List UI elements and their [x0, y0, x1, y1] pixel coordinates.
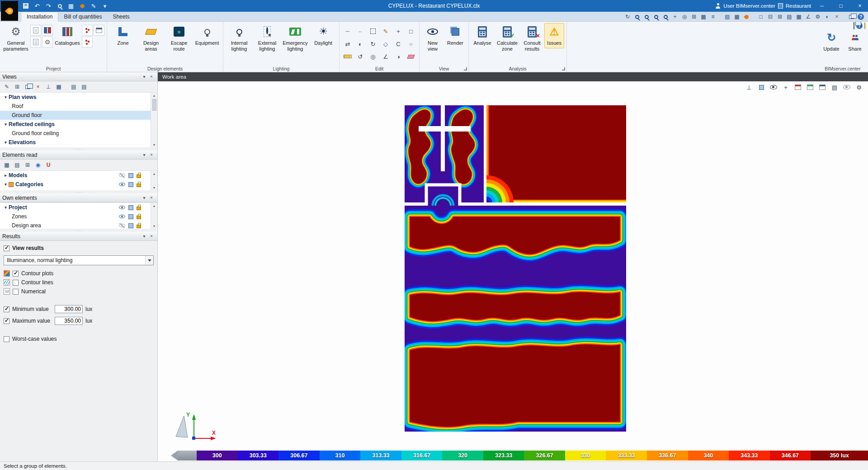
- contour-plots-checkbox[interactable]: [13, 271, 19, 277]
- zoom-previous-icon[interactable]: [651, 13, 660, 21]
- cube-icon[interactable]: [128, 182, 133, 187]
- maximize-button[interactable]: □: [833, 0, 849, 12]
- project-copy-button[interactable]: [30, 37, 41, 47]
- collapse-panel-icon[interactable]: ▾: [141, 195, 148, 200]
- panel-splitter[interactable]: [0, 147, 157, 150]
- cube-icon[interactable]: [128, 205, 133, 210]
- app-icon[interactable]: [1, 1, 18, 21]
- show-layers-icon[interactable]: ⊞: [23, 161, 32, 169]
- settings-icon[interactable]: ⚙: [813, 13, 822, 21]
- project-pages-button[interactable]: [30, 25, 41, 36]
- scroll-down-icon[interactable]: ▼: [153, 185, 156, 190]
- tables-button[interactable]: [94, 25, 104, 36]
- skew-icon[interactable]: ◑: [392, 51, 404, 62]
- close-panel-icon[interactable]: ×: [148, 74, 155, 79]
- visibility-icon[interactable]: [119, 205, 125, 210]
- chevron-down-icon[interactable]: ▾: [3, 140, 9, 145]
- help-globe-icon[interactable]: [856, 13, 865, 21]
- close-button[interactable]: ×: [852, 0, 868, 12]
- tree-item-zones[interactable]: Zones: [0, 212, 157, 221]
- collapse-panel-icon[interactable]: ▾: [141, 74, 148, 79]
- chevron-right-icon[interactable]: ▸: [3, 173, 9, 178]
- new-view-button[interactable]: New view: [422, 23, 443, 54]
- tree-item-models[interactable]: ▸ Models: [0, 171, 157, 180]
- user-label[interactable]: User BIMserver.center: [723, 3, 775, 9]
- zone-button[interactable]: Zone: [109, 23, 137, 48]
- tab-bill-of-quantities[interactable]: Bill of quantities: [58, 12, 107, 22]
- lock-icon[interactable]: [137, 183, 141, 187]
- magnet-icon[interactable]: U: [44, 161, 53, 169]
- section-view-icon[interactable]: ⊥: [44, 83, 53, 91]
- materials-2-button[interactable]: [82, 37, 93, 47]
- elements-scrollbar[interactable]: ▲ ▼: [151, 171, 157, 190]
- visibility-icon[interactable]: [119, 182, 125, 187]
- share-button[interactable]: Share: [844, 29, 866, 61]
- cube-icon[interactable]: [128, 173, 133, 178]
- general-parameters-button[interactable]: ⚙ General parameters: [2, 23, 29, 54]
- measure-tools-icon[interactable]: ∠: [804, 13, 813, 21]
- tree-item-elevations[interactable]: ▾ Elevations: [0, 138, 157, 147]
- external-lighting-button[interactable]: External lighting: [254, 23, 281, 54]
- zoom-button[interactable]: [55, 1, 65, 10]
- scroll-up-icon[interactable]: ▲: [153, 203, 156, 208]
- project-settings-button[interactable]: ⚙: [42, 37, 53, 47]
- update-button[interactable]: ↻ Update: [820, 29, 843, 61]
- calculate-zone-button[interactable]: ✓ Calculate zone: [495, 23, 520, 54]
- add-view-icon[interactable]: ⊞: [13, 83, 22, 91]
- viewport-icon[interactable]: □: [756, 13, 765, 21]
- minimum-value-checkbox[interactable]: [4, 306, 9, 312]
- maximum-value-checkbox[interactable]: [4, 318, 9, 324]
- consult-results-button[interactable]: × Consult results: [521, 23, 543, 54]
- visibility-off-icon[interactable]: [119, 223, 125, 228]
- fire-icon[interactable]: [742, 13, 751, 21]
- tree-item-project[interactable]: ▾ Project: [0, 203, 157, 212]
- redo-button[interactable]: ↷: [43, 1, 53, 10]
- edit-view-icon[interactable]: ✎: [2, 83, 11, 91]
- points-icon[interactable]: ∙∙: [354, 25, 366, 37]
- zoom-window-icon[interactable]: [632, 13, 642, 21]
- tree-item-reflected-ceilings[interactable]: ▾ Reflected ceilings: [0, 120, 157, 129]
- tree-item-roof[interactable]: Roof: [0, 102, 157, 111]
- lock-icon[interactable]: [137, 207, 141, 210]
- result-type-dropdown[interactable]: Illuminance, normal lighting: [4, 255, 154, 265]
- chevron-down-icon[interactable]: ▾: [3, 122, 9, 127]
- close-tools-icon[interactable]: ×: [832, 13, 841, 21]
- drawing-canvas[interactable]: ⊥ + ▤ ⚙: [158, 81, 868, 461]
- scroll-thumb[interactable]: [152, 99, 156, 111]
- redraw-icon[interactable]: ↻: [623, 13, 632, 21]
- tab-installation[interactable]: Installation: [21, 12, 58, 22]
- chevron-down-icon[interactable]: ▾: [3, 182, 9, 187]
- collapse-panel-icon[interactable]: ▾: [141, 152, 148, 157]
- escape-route-button[interactable]: » Escape route: [165, 23, 193, 54]
- tools-button[interactable]: [77, 1, 87, 10]
- frame-view-icon[interactable]: ⊞: [689, 13, 698, 21]
- undo-geometry-icon[interactable]: ↺: [354, 51, 366, 62]
- save-button[interactable]: [21, 1, 31, 10]
- measure-icon[interactable]: [342, 51, 354, 62]
- line-dash-icon[interactable]: ┄: [342, 25, 354, 37]
- hide-elements-icon[interactable]: [842, 83, 851, 91]
- visibility-icon[interactable]: [119, 214, 125, 219]
- tree-item-ground-floor[interactable]: Ground floor: [0, 111, 157, 120]
- orbit-icon[interactable]: ◎: [680, 13, 689, 21]
- selection-box-icon[interactable]: [367, 25, 379, 37]
- tips-icon[interactable]: [864, 23, 865, 29]
- catalogues-button[interactable]: Catalogues: [54, 23, 81, 48]
- tree-item-plan-views[interactable]: ▾ Plan views: [0, 93, 157, 102]
- close-panel-icon[interactable]: ×: [148, 234, 155, 239]
- numerical-checkbox[interactable]: [13, 289, 19, 295]
- results-table-blue-icon[interactable]: [818, 83, 827, 91]
- panel-splitter[interactable]: [0, 190, 157, 193]
- project-label[interactable]: Restaurant: [786, 3, 811, 9]
- tree-item-design-area[interactable]: Design area: [0, 221, 157, 229]
- daylight-button[interactable]: ☀ Daylight: [310, 23, 337, 48]
- layers-icon[interactable]: ▤: [830, 83, 839, 91]
- worst-case-checkbox[interactable]: [4, 336, 9, 342]
- close-panel-icon[interactable]: ×: [148, 195, 155, 200]
- tab-sheets[interactable]: Sheets: [107, 12, 135, 22]
- view-results-checkbox[interactable]: [4, 245, 9, 251]
- lock-icon[interactable]: [137, 216, 141, 219]
- dropdown-arrow-icon[interactable]: [145, 256, 153, 265]
- undo-button[interactable]: ↶: [32, 1, 42, 10]
- eraser-icon[interactable]: [405, 51, 417, 62]
